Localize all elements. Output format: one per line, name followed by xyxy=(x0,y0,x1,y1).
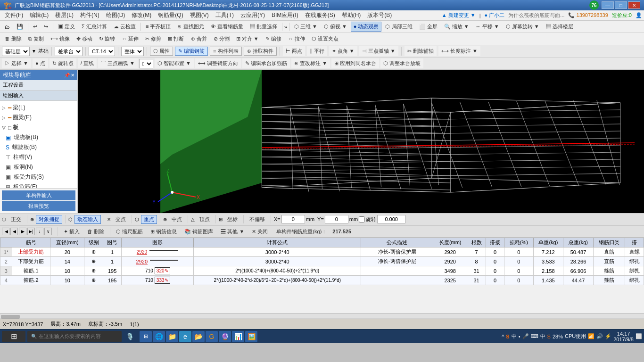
tb-define[interactable]: ▣ 定义 xyxy=(55,22,78,32)
more-btn[interactable]: » xyxy=(284,24,287,30)
tb-app-edge[interactable]: e xyxy=(179,331,191,342)
tree-item-beam[interactable]: ▷ ━ 梁(L) xyxy=(0,103,77,113)
tb-find-elem[interactable]: ⊕ 查找图元 xyxy=(174,22,206,32)
tb-view-top[interactable]: ⬡ 俯视 ▼ xyxy=(321,22,350,32)
tb-adjust-slope[interactable]: ⬡ 调整承台放坡 xyxy=(380,58,423,68)
snap-coord[interactable]: 坐标 xyxy=(224,215,240,224)
tree-spiral-slab[interactable]: S螺旋板(B) xyxy=(4,142,77,152)
tree-slab-rebar[interactable]: ▣板受力筋(S) xyxy=(4,172,77,182)
tb-arc[interactable]: ⌒ 三点画弧 ▼ xyxy=(98,58,138,68)
tb-edit[interactable]: ✎ 编修 xyxy=(263,34,284,44)
tb-select-mode[interactable]: ▷ 选择 ▼ xyxy=(2,58,31,68)
table-row[interactable]: 2 下部受力筋 14 ⊕ 1 2920 3000-2*40 净长-两倍保护层 2… xyxy=(0,257,644,266)
y-input[interactable] xyxy=(325,215,348,223)
tb-app-folder[interactable]: 📂 xyxy=(192,331,205,342)
rebar-table-wrapper[interactable]: 筋号 直径(mm) 级别 图号 图形 计算公式 公式描述 长度(mm) 根数 搭… xyxy=(0,238,644,313)
menu-modify[interactable]: 修改(M) xyxy=(129,10,154,20)
tb-orbit[interactable]: ● 动态观察 xyxy=(351,22,382,32)
taskbar-cortana[interactable]: 🎙️ xyxy=(124,331,136,342)
tree-slab-neg[interactable]: ⊞板负筋(F) xyxy=(4,182,77,188)
tb-app-browser[interactable]: 🌐 xyxy=(153,331,165,342)
tray-mic[interactable]: 🎤 xyxy=(522,333,529,339)
tb-save[interactable]: 💾 xyxy=(14,22,26,31)
sidebar-pin[interactable]: 📌 xyxy=(64,73,70,78)
taskbar-clock[interactable]: 14:17 2017/9/8 xyxy=(613,331,634,342)
tb-batch-select[interactable]: ▦ 批量选择 xyxy=(247,22,280,32)
component-select[interactable]: 桩承台 xyxy=(55,47,83,56)
tb-stretch[interactable]: ↔ 拉伸 xyxy=(285,34,308,44)
tb-level-slab[interactable]: ≡ 平齐板顶 xyxy=(143,22,173,32)
tray-ime[interactable]: 中 xyxy=(512,333,517,340)
tb-pan[interactable]: ↔ 平移 ▼ xyxy=(473,22,502,32)
tb-new[interactable]: 🗁 xyxy=(2,23,13,31)
subcomp-select[interactable]: CT-14 xyxy=(89,47,115,56)
tb-app-mail[interactable]: 📁 xyxy=(166,331,178,342)
menu-file[interactable]: 文件(F) xyxy=(2,10,26,20)
tb-grip[interactable]: ⬡ 设置夹点 xyxy=(309,34,341,44)
rebar-library[interactable]: 📚 钢筋图库 xyxy=(182,227,216,236)
shape-link-2[interactable]: 2920 xyxy=(136,259,148,264)
taskbar-search[interactable]: 🔍 在这里输入你要搜索的内容 xyxy=(27,331,122,342)
table-row[interactable]: 4 箍筋.2 10 ⊕ 195 710 333✎ 2*((1000-2*40-2… xyxy=(0,276,644,285)
snap-object[interactable]: 对象捕捉 xyxy=(36,215,62,224)
tb-adjust-dir[interactable]: ⟷ 调整钢筋方向 xyxy=(195,58,241,68)
snap-orthogonal[interactable]: 正交 xyxy=(8,215,24,224)
tb-view-rebar[interactable]: 👁 查看钢筋量 xyxy=(208,22,246,32)
rotate-input[interactable] xyxy=(377,215,405,223)
tb-mirror[interactable]: ⟷ 镜像 xyxy=(48,34,73,44)
rotate-check[interactable] xyxy=(359,216,365,222)
close-btn[interactable]: ✕ xyxy=(628,1,640,9)
table-row[interactable]: 1* 上部受力筋 20 ⊕ 1 2920 3000-2*40 净长-两倍保护层 … xyxy=(0,247,644,257)
network-icon[interactable]: 📶 xyxy=(588,333,594,339)
tb-edit-reinforce[interactable]: ✎ 编辑承台加强筋 xyxy=(242,58,290,68)
nav-last[interactable]: ▶| xyxy=(27,228,35,235)
tree-slab-hole[interactable]: ▣板洞(N) xyxy=(4,162,77,172)
tb-apply-same[interactable]: ⊞ 应用到同名承台 xyxy=(331,58,379,68)
menu-help[interactable]: 帮助(H) xyxy=(339,10,364,20)
snap-top[interactable]: 顶点 xyxy=(197,215,213,224)
rebar-scale[interactable]: ⬡ 缩尺配筋 xyxy=(113,227,146,236)
tree-cast-slab[interactable]: ▣现浇板(B) xyxy=(4,132,77,142)
new-change-btn[interactable]: ▲ 新建变更 ▼ xyxy=(442,12,476,19)
volume-icon[interactable]: 🔊 xyxy=(596,333,603,339)
tray-ime2[interactable]: 中 xyxy=(540,333,545,340)
company-btn[interactable]: ● 广小二 xyxy=(485,12,505,19)
tb-3d[interactable]: ⬡ 三维 ▼ xyxy=(291,22,320,32)
tb-line[interactable]: / 直线 xyxy=(78,58,97,68)
tb-smart-place[interactable]: ⬡ 智能布置 ▼ xyxy=(155,58,194,68)
tb-two-point[interactable]: ⊢ 两点 xyxy=(283,46,305,56)
maximize-btn[interactable]: □ xyxy=(615,1,627,9)
tb-select-floor[interactable]: ▦ 选择楼层 xyxy=(543,22,576,32)
user-icon[interactable]: 👤 xyxy=(636,12,642,18)
tb-split[interactable]: ⊘ 分割 xyxy=(211,34,232,44)
tb-parallel[interactable]: ∥ 平行 xyxy=(307,46,327,56)
tb-undo[interactable]: ↩ xyxy=(30,22,40,31)
tb-redo[interactable]: ↪ xyxy=(41,22,51,31)
tb-comp-list[interactable]: ≡ 构件列表 xyxy=(210,47,241,56)
snap-no-offset[interactable]: 不偏移 xyxy=(247,215,268,224)
hscroll-thumb[interactable] xyxy=(1,315,20,319)
tb-pick-comp[interactable]: ⊕ 拾取构件 xyxy=(244,47,277,56)
tb-delete[interactable]: 🗑 删除 xyxy=(2,34,25,44)
snap-midpoint[interactable]: 重点 xyxy=(141,215,157,224)
notification-btn[interactable]: ⬜ xyxy=(636,333,642,339)
tray-expand[interactable]: ^ xyxy=(502,334,504,339)
sidebar-close[interactable]: ✕ xyxy=(71,73,74,78)
menu-rebar-qty[interactable]: 钢筋量(Q) xyxy=(155,10,186,20)
tb-zoom[interactable]: 🔍 缩放 ▼ xyxy=(441,22,472,32)
nav-prev[interactable]: ◀ xyxy=(10,228,18,235)
nav-expand[interactable]: ↓ xyxy=(36,228,43,235)
3d-viewport[interactable]: X Z Y xyxy=(78,70,644,213)
tb-merge[interactable]: ⊕ 合并 xyxy=(188,34,210,44)
battery-icon[interactable]: ⚡ xyxy=(605,333,611,339)
layer-select[interactable]: 基础层 xyxy=(2,47,30,56)
tb-calc[interactable]: Σ 汇总计算 xyxy=(79,22,110,32)
rebar-delete[interactable]: 🗑 删除 xyxy=(84,227,107,236)
minimize-btn[interactable]: — xyxy=(602,1,614,9)
menu-floor[interactable]: 楼层(L) xyxy=(52,10,76,20)
rebar-hscroll[interactable] xyxy=(0,313,644,319)
section-project[interactable]: 工程设置 xyxy=(0,80,77,90)
tb-trim[interactable]: ✂ 修剪 xyxy=(142,34,164,44)
tb-screen-rotate[interactable]: ⬡ 屏幕旋转 ▼ xyxy=(503,22,542,32)
snap-dynamic[interactable]: 动态输入 xyxy=(74,215,101,224)
